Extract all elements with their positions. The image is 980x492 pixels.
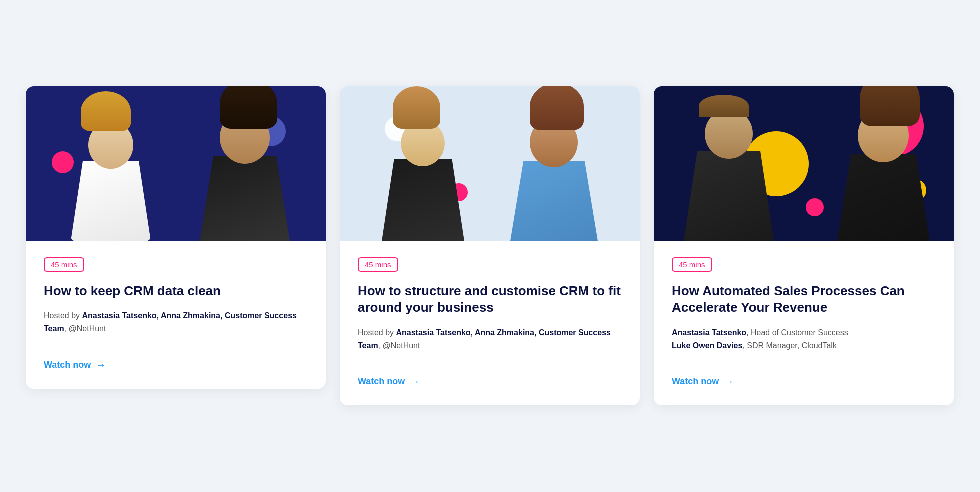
card-1-title: How to keep CRM data clean [44, 283, 308, 300]
watch-now-button-2[interactable]: Watch now → [358, 376, 622, 388]
card-2-content: 45 mins How to structure and customise C… [340, 242, 640, 406]
card-3-title: How Automated Sales Processes Can Accele… [672, 283, 936, 317]
duration-label-1: 45 mins [51, 260, 78, 269]
person-right-shirt-c3 [838, 154, 930, 242]
watch-now-label-2: Watch now [358, 376, 405, 387]
hair-left-c3 [699, 95, 749, 118]
arrow-icon-3: → [724, 376, 734, 388]
watch-now-button-3[interactable]: Watch now → [672, 376, 936, 388]
card-2-host-suffix: , @NetHunt [378, 342, 420, 350]
dot-pink [52, 152, 74, 174]
watch-now-label-3: Watch now [672, 376, 719, 387]
person-left-shirt [71, 162, 151, 242]
duration-badge-1: 45 mins [44, 258, 84, 272]
card-1-image [26, 86, 326, 242]
watch-now-button-1[interactable]: Watch now → [44, 360, 308, 371]
card-3-host-suffix2: , SDR Manager, CloudTalk [742, 342, 837, 350]
arrow-icon-2: → [410, 376, 420, 388]
person-left-shirt-c3 [684, 152, 774, 242]
card-3-host: Anastasia Tatsenko, Head of Customer Suc… [672, 326, 936, 366]
card-3-host-bold1: Anastasia Tatsenko [672, 328, 746, 337]
duration-label-3: 45 mins [679, 260, 706, 269]
hair-right-c2 [530, 86, 584, 130]
cards-container: 45 mins How to keep CRM data clean Hoste… [15, 86, 965, 406]
person-right-shirt-c2 [510, 162, 598, 242]
card-2-host-prefix: Hosted by [358, 328, 396, 337]
hair-left-c2 [393, 86, 440, 129]
watch-now-label-1: Watch now [44, 360, 91, 370]
card-2-host: Hosted by Anastasia Tatsenko, Anna Zhmak… [358, 326, 622, 366]
arrow-icon-1: → [96, 360, 106, 371]
hair-right-c3 [860, 86, 920, 126]
card-1: 45 mins How to keep CRM data clean Hoste… [26, 86, 326, 389]
person-right-shirt [200, 156, 290, 242]
duration-badge-2: 45 mins [358, 258, 398, 272]
person-left-shirt-c2 [382, 159, 464, 242]
card-3-host-suffix1: , Head of Customer Success [746, 328, 848, 337]
card-3-host-bold2: Luke Owen Davies [672, 342, 742, 350]
hair-left-c1 [81, 92, 131, 132]
duration-label-2: 45 mins [365, 260, 392, 269]
card-1-host: Hosted by Anastasia Tatsenko, Anna Zhmak… [44, 310, 308, 349]
card-2: 45 mins How to structure and customise C… [340, 86, 640, 406]
card-3-image [654, 86, 954, 242]
card-2-title: How to structure and customise CRM to fi… [358, 283, 622, 317]
duration-badge-3: 45 mins [672, 258, 712, 272]
card-2-image [340, 86, 640, 242]
hair-right-c1 [220, 86, 278, 129]
card-3: 45 mins How Automated Sales Processes Ca… [654, 86, 954, 406]
dot-pink-small [806, 198, 824, 216]
card-3-content: 45 mins How Automated Sales Processes Ca… [654, 242, 954, 406]
card-1-host-suffix: , @NetHunt [64, 324, 106, 333]
card-1-host-prefix: Hosted by [44, 312, 82, 320]
card-1-content: 45 mins How to keep CRM data clean Hoste… [26, 242, 326, 389]
